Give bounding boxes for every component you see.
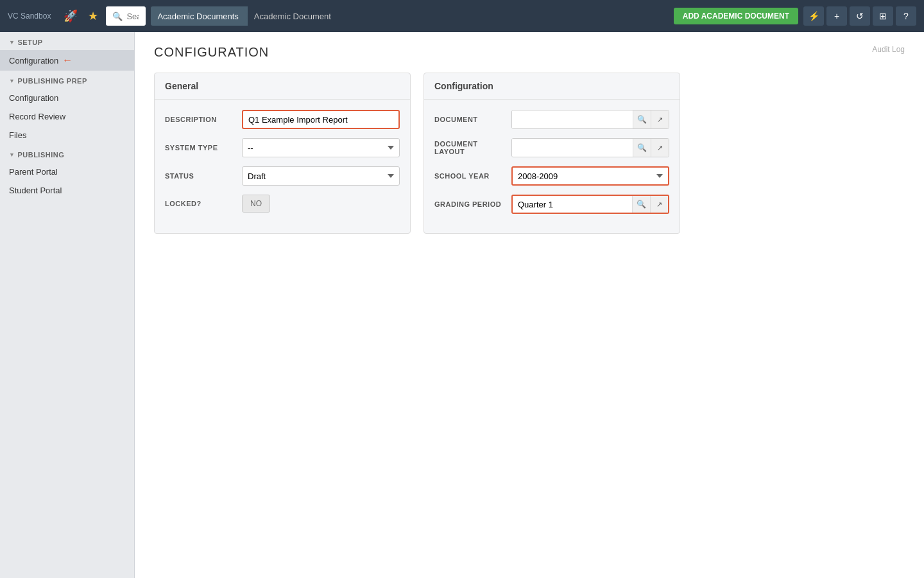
grading-period-input[interactable] bbox=[513, 196, 632, 213]
document-input[interactable] bbox=[512, 110, 633, 128]
page-title: CONFIGURATION bbox=[154, 45, 269, 60]
configuration-card-body: DOCUMENT 🔍 ↗ DOCUMENT LAYOUT 🔍 bbox=[424, 100, 680, 233]
sidebar-item-files[interactable]: Files bbox=[0, 126, 134, 144]
general-card-header: General bbox=[155, 73, 410, 100]
lightning-icon-button[interactable]: ⚡ bbox=[803, 6, 824, 26]
grading-period-search-icon-button[interactable]: 🔍 bbox=[632, 196, 650, 213]
sidebar: ▼ SETUP Configuration ← ▼ PUBLISHING PRE… bbox=[0, 32, 135, 578]
sidebar-item-configuration-setup[interactable]: Configuration ← bbox=[0, 50, 134, 71]
grading-period-label: GRADING PERIOD bbox=[434, 200, 505, 208]
school-year-row: SCHOOL YEAR 2008-2009 bbox=[434, 166, 669, 186]
sidebar-section-publishing-prep[interactable]: ▼ PUBLISHING PREP bbox=[0, 71, 134, 89]
document-layout-label: DOCUMENT LAYOUT bbox=[434, 140, 505, 155]
breadcrumb-nav: Academic Documents Academic Document bbox=[151, 6, 668, 26]
sidebar-item-parent-portal[interactable]: Parent Portal bbox=[0, 162, 134, 181]
school-year-select[interactable]: 2008-2009 bbox=[511, 166, 669, 186]
cards-row: General DESCRIPTION SYSTEM TYPE -- bbox=[154, 73, 905, 234]
locked-row: LOCKED? NO bbox=[165, 195, 400, 213]
grid-icon-button[interactable]: ⊞ bbox=[873, 6, 893, 26]
document-external-icon-button[interactable]: ↗ bbox=[651, 110, 669, 128]
document-label: DOCUMENT bbox=[434, 116, 505, 123]
sidebar-item-configuration-prep[interactable]: Configuration bbox=[0, 89, 134, 107]
active-arrow-icon: ← bbox=[62, 55, 73, 66]
locked-button[interactable]: NO bbox=[242, 195, 270, 213]
topbar-right-icons: ⚡ + ↺ ⊞ ? bbox=[803, 6, 916, 26]
main-content: CONFIGURATION Audit Log General DESCRIPT… bbox=[135, 32, 924, 578]
main-header: CONFIGURATION Audit Log bbox=[154, 45, 905, 60]
search-icon: 🔍 bbox=[112, 12, 123, 21]
document-layout-input-group: 🔍 ↗ bbox=[511, 138, 669, 157]
document-layout-external-icon-button[interactable]: ↗ bbox=[651, 139, 669, 157]
status-label: STATUS bbox=[165, 172, 235, 180]
sidebar-item-label: Parent Portal bbox=[9, 167, 58, 177]
description-label: DESCRIPTION bbox=[165, 116, 235, 123]
sidebar-item-record-review[interactable]: Record Review bbox=[0, 107, 134, 126]
grading-period-input-group: 🔍 ↗ bbox=[511, 195, 669, 214]
plus-icon-button[interactable]: + bbox=[826, 6, 847, 26]
description-input[interactable] bbox=[242, 110, 400, 129]
sidebar-item-label: Student Portal bbox=[9, 186, 62, 195]
audit-log-link[interactable]: Audit Log bbox=[872, 45, 905, 54]
status-select[interactable]: Draft bbox=[242, 166, 400, 186]
publishing-arrow-icon: ▼ bbox=[9, 152, 15, 158]
sidebar-item-label: Record Review bbox=[9, 112, 65, 121]
document-layout-row: DOCUMENT LAYOUT 🔍 ↗ bbox=[434, 138, 669, 157]
sidebar-item-student-portal[interactable]: Student Portal bbox=[0, 181, 134, 200]
search-input[interactable] bbox=[126, 12, 139, 21]
document-search-icon-button[interactable]: 🔍 bbox=[633, 110, 651, 128]
sidebar-section-publishing[interactable]: ▼ PUBLISHING bbox=[0, 144, 134, 162]
description-row: DESCRIPTION bbox=[165, 110, 400, 129]
general-card-body: DESCRIPTION SYSTEM TYPE -- STATUS bbox=[155, 100, 410, 232]
system-type-row: SYSTEM TYPE -- bbox=[165, 138, 400, 157]
school-year-label: SCHOOL YEAR bbox=[434, 172, 505, 180]
system-type-label: SYSTEM TYPE bbox=[165, 144, 235, 152]
publishing-prep-arrow-icon: ▼ bbox=[9, 78, 15, 84]
locked-label: LOCKED? bbox=[165, 200, 235, 207]
search-box[interactable]: 🔍 bbox=[106, 6, 146, 26]
configuration-card-header: Configuration bbox=[424, 73, 680, 100]
star-icon[interactable]: ★ bbox=[85, 6, 101, 26]
setup-label: SETUP bbox=[17, 39, 42, 46]
grading-period-external-icon-button[interactable]: ↗ bbox=[650, 196, 668, 213]
general-card: General DESCRIPTION SYSTEM TYPE -- bbox=[154, 73, 411, 234]
app-title: VC Sandbox bbox=[8, 12, 51, 21]
publishing-prep-label: PUBLISHING PREP bbox=[17, 77, 87, 85]
document-layout-input[interactable] bbox=[512, 139, 633, 157]
history-icon-button[interactable]: ↺ bbox=[850, 6, 870, 26]
sidebar-item-label: Configuration bbox=[9, 56, 58, 66]
publishing-label: PUBLISHING bbox=[17, 151, 64, 159]
status-row: STATUS Draft bbox=[165, 166, 400, 186]
layout: ▼ SETUP Configuration ← ▼ PUBLISHING PRE… bbox=[0, 32, 924, 578]
document-layout-search-icon-button[interactable]: 🔍 bbox=[633, 139, 651, 157]
sidebar-section-setup[interactable]: ▼ SETUP bbox=[0, 32, 134, 50]
document-input-group: 🔍 ↗ bbox=[511, 110, 669, 129]
breadcrumb-academic-documents[interactable]: Academic Documents bbox=[151, 6, 247, 26]
grading-period-row: GRADING PERIOD 🔍 ↗ bbox=[434, 195, 669, 214]
sidebar-item-label: Files bbox=[9, 130, 26, 140]
add-academic-document-button[interactable]: ADD ACADEMIC DOCUMENT bbox=[674, 8, 798, 24]
setup-arrow-icon: ▼ bbox=[9, 39, 15, 46]
document-row: DOCUMENT 🔍 ↗ bbox=[434, 110, 669, 129]
rocket-icon[interactable]: 🚀 bbox=[61, 6, 80, 26]
breadcrumb-academic-document[interactable]: Academic Document bbox=[248, 6, 340, 26]
sidebar-item-label: Configuration bbox=[9, 93, 58, 103]
configuration-card: Configuration DOCUMENT 🔍 ↗ DOCUMENT LAYO bbox=[424, 73, 680, 234]
system-type-select[interactable]: -- bbox=[242, 138, 400, 157]
topbar: VC Sandbox 🚀 ★ 🔍 Academic Documents Acad… bbox=[0, 0, 924, 32]
help-icon-button[interactable]: ? bbox=[896, 6, 916, 26]
